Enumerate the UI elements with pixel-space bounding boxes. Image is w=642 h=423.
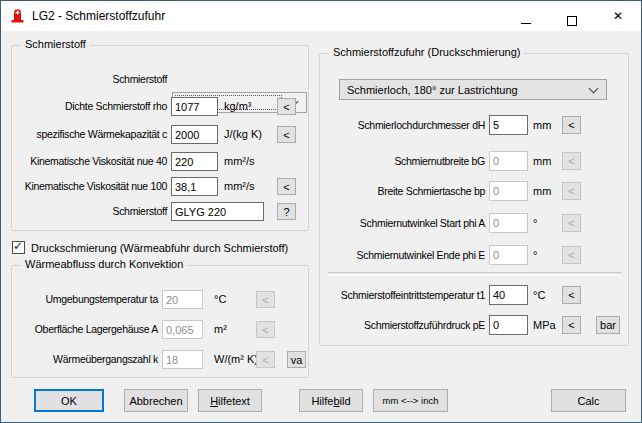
group-schmierstoffzufuhr-title: Schmierstoffzufuhr (Druckschmierung): [329, 46, 524, 58]
schmiernutwinkel-ende-ref-button: <: [562, 246, 581, 264]
group-konvektion: Wärmeabfluss durch Konvektion Umgebungst…: [11, 265, 309, 378]
dichte-rho-label: Dichte Schmierstoff rho: [12, 97, 167, 116]
maximize-button[interactable]: [549, 1, 595, 31]
cancel-button[interactable]: Abbrechen: [124, 389, 188, 412]
schmiernutwinkel-ende-input: [489, 245, 528, 265]
schmierstoff-help-button[interactable]: ?: [277, 203, 296, 220]
eintrittstemperatur-input[interactable]: [489, 285, 528, 305]
schmiernutbreite-label: Schmiernutbreite bG: [320, 151, 485, 171]
eintrittstemperatur-label: Schmierstoffeintrittstemperatur t1: [320, 285, 485, 305]
combobox-selected-value: Schmierloch, 180° zur Lastrichtung: [347, 84, 518, 96]
va-button[interactable]: va: [287, 351, 306, 368]
app-icon: [10, 8, 25, 23]
oberflaeche-input: [162, 320, 203, 339]
hilfetext-accel: H: [210, 395, 218, 407]
umgebungstemperatur-input: [162, 290, 203, 309]
field-row: Dichte Schmierstoff rho kg/m³ <: [12, 97, 308, 116]
waermekapazitaet-ref-button[interactable]: <: [277, 126, 296, 143]
dichte-rho-ref-button[interactable]: <: [277, 98, 296, 115]
dichte-rho-input[interactable]: [171, 97, 218, 116]
close-button[interactable]: ✕: [595, 1, 641, 31]
schmiertasche-input: [489, 181, 528, 201]
group-konvektion-title: Wärmeabfluss durch Konvektion: [21, 258, 187, 270]
title-bar: LG2 - Schmierstoffzufuhr ✕: [1, 1, 641, 31]
mm-inch-toggle-button[interactable]: mm <--> inch: [373, 389, 448, 412]
hilfebild-pre: Hilfe: [311, 395, 333, 407]
viskositaet-nue100-unit: mm²/s: [224, 177, 255, 196]
chevron-down-icon: [589, 83, 599, 93]
viskositaet-nue100-label: Kinematische Viskosität nue 100: [12, 177, 167, 196]
field-row: Schmierstoffeintrittstemperatur t1 °C <: [320, 285, 628, 305]
hilfetext-button[interactable]: Hilfetext: [198, 389, 262, 412]
schmiernutbreite-unit: mm: [533, 151, 551, 171]
field-row: Oberfläche Lagergehäuse A m² <: [12, 320, 308, 339]
viskositaet-nue100-input[interactable]: [171, 177, 218, 196]
field-row: Breite Schmiertasche bp mm <: [320, 181, 628, 201]
field-row: Kinematische Viskosität nue 40 mm²/s: [12, 152, 308, 171]
schmiertasche-label: Breite Schmiertasche bp: [320, 181, 485, 201]
schmiernutwinkel-ende-label: Schmiernutwinkel Ende phi E: [320, 245, 485, 265]
druckschmierung-checkbox[interactable]: ✓: [12, 241, 25, 254]
ok-button[interactable]: OK: [34, 389, 104, 412]
field-row: Schmiernutbreite bG mm <: [320, 151, 628, 171]
schmiernutwinkel-start-unit: °: [533, 213, 537, 233]
zufuehrdruck-label: Schmierstoffzuführdruck pE: [320, 315, 485, 335]
schmierstoff-combo-label: Schmierstoff: [12, 69, 167, 90]
schmierlochdurchmesser-unit: mm: [533, 115, 551, 135]
group-schmierstoff-title: Schmierstoff: [21, 38, 90, 50]
field-row: Wärmeübergangszahl k W/(m² K) < va: [12, 350, 308, 369]
field-row: Umgebungstemperatur ta °C <: [12, 290, 308, 309]
schmierlochdurchmesser-input[interactable]: [489, 115, 528, 135]
close-icon: ✕: [595, 1, 641, 31]
waermekapazitaet-unit: J/(kg K): [224, 125, 262, 144]
schmierlochdurchmesser-label: Schmierlochdurchmesser dH: [320, 115, 485, 135]
schmiertasche-ref-button: <: [562, 182, 581, 200]
umgebungstemperatur-ref-button: <: [256, 291, 275, 308]
schmiernutwinkel-start-ref-button: <: [562, 214, 581, 232]
zufuehrdruck-unit: MPa: [533, 315, 556, 335]
window-title: LG2 - Schmierstoffzufuhr: [32, 1, 165, 31]
schmierlochdurchmesser-ref-button[interactable]: <: [562, 116, 581, 134]
schmierloch-combobox[interactable]: Schmierloch, 180° zur Lastrichtung: [339, 79, 607, 100]
waermeuebergangszahl-unit: W/(m² K): [214, 350, 258, 369]
viskositaet-nue40-unit: mm²/s: [224, 152, 255, 171]
dichte-rho-unit: kg/m³: [224, 97, 252, 116]
zufuehrdruck-ref-button[interactable]: <: [562, 316, 581, 334]
viskositaet-nue100-ref-button[interactable]: <: [277, 178, 296, 195]
minimize-button[interactable]: [503, 1, 549, 31]
field-row: spezifische Wärmekapazität c J/(kg K) <: [12, 125, 308, 144]
minimize-icon: [521, 23, 531, 24]
group-schmierstoff: Schmierstoff Schmierstoff ... Dichte Sch…: [11, 45, 309, 231]
oberflaeche-label: Oberfläche Lagergehäuse A: [12, 320, 158, 339]
maximize-icon: [567, 16, 577, 26]
field-row: Schmierstoff ...: [12, 69, 308, 90]
schmiernutwinkel-start-label: Schmiernutwinkel Start phi A: [320, 213, 485, 233]
schmiertasche-unit: mm: [533, 181, 551, 201]
bar-unit-button[interactable]: bar: [596, 316, 620, 334]
schmierstoff-name-input[interactable]: [171, 202, 264, 221]
schmierstoff-name-label: Schmierstoff: [12, 202, 167, 221]
viskositaet-nue40-input[interactable]: [171, 152, 218, 171]
group-schmierstoffzufuhr: Schmierstoffzufuhr (Druckschmierung) Sch…: [319, 53, 629, 346]
hilfetext-rest: ilfetext: [218, 395, 250, 407]
waermeuebergangszahl-input: [162, 350, 203, 369]
eintrittstemperatur-unit: °C: [533, 285, 545, 305]
field-row: Schmierstoff ?: [12, 202, 308, 221]
umgebungstemperatur-unit: °C: [214, 290, 226, 309]
druckschmierung-checkbox-label: Druckschmierung (Wärmeabfuhr durch Schmi…: [31, 241, 288, 255]
field-row: Schmierstoffzuführdruck pE MPa < bar: [320, 315, 628, 335]
check-icon: ✓: [13, 239, 23, 253]
calc-button[interactable]: Calc: [551, 389, 626, 412]
dialog-window: LG2 - Schmierstoffzufuhr ✕ Schmierstoff …: [0, 0, 642, 423]
umgebungstemperatur-label: Umgebungstemperatur ta: [12, 290, 158, 309]
separator: [328, 272, 622, 276]
hilfebild-rest: ild: [340, 395, 351, 407]
eintrittstemperatur-ref-button[interactable]: <: [562, 286, 581, 304]
waermekapazitaet-input[interactable]: [171, 125, 218, 144]
field-row: Schmiernutwinkel Start phi A ° <: [320, 213, 628, 233]
zufuehrdruck-input[interactable]: [489, 315, 528, 335]
waermekapazitaet-label: spezifische Wärmekapazität c: [12, 125, 167, 144]
oberflaeche-unit: m²: [214, 320, 227, 339]
schmiernutbreite-ref-button: <: [562, 152, 581, 170]
hilfebild-button[interactable]: Hilfebild: [299, 389, 363, 412]
